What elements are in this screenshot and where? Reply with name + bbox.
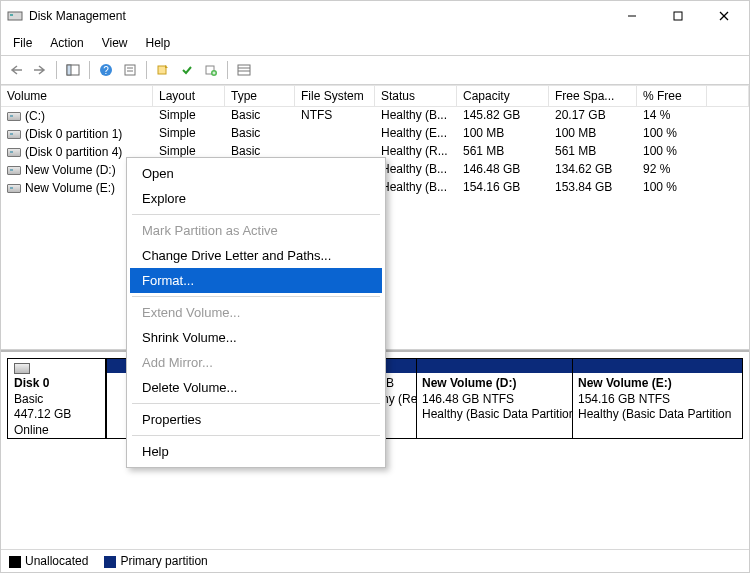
disk-size: 447.12 GB: [14, 407, 99, 423]
cell-pct: 100 %: [637, 125, 707, 143]
svg-rect-1: [10, 14, 13, 16]
context-menu-item: Add Mirror...: [130, 350, 382, 375]
volume-table-header: Volume Layout Type File System Status Ca…: [1, 85, 749, 107]
table-row[interactable]: (Disk 0 partition 1)SimpleBasicHealthy (…: [1, 125, 749, 143]
context-menu-separator: [132, 296, 380, 297]
col-capacity[interactable]: Capacity: [457, 86, 549, 106]
toolbar-separator: [227, 61, 228, 79]
menu-file[interactable]: File: [5, 33, 40, 53]
disk-name: Disk 0: [14, 376, 99, 392]
context-menu-item[interactable]: Properties: [130, 407, 382, 432]
context-menu-item[interactable]: Help: [130, 439, 382, 464]
col-fs[interactable]: File System: [295, 86, 375, 106]
partition-status: Healthy (Basic Data Partition: [578, 407, 737, 423]
partition-name: New Volume (D:): [422, 376, 567, 392]
context-menu-item: Mark Partition as Active: [130, 218, 382, 243]
volume-name: New Volume (E:): [25, 181, 115, 195]
toolbar-separator: [146, 61, 147, 79]
volume-name: New Volume (D:): [25, 163, 116, 177]
disk-icon: [14, 363, 30, 374]
legend-unallocated: Unallocated: [9, 554, 88, 568]
cell-status: Healthy (R...: [375, 143, 457, 161]
svg-rect-10: [125, 65, 135, 75]
toolbar-separator: [89, 61, 90, 79]
col-volume[interactable]: Volume: [1, 86, 153, 106]
context-menu-item[interactable]: Shrink Volume...: [130, 325, 382, 350]
cell-free: 561 MB: [549, 143, 637, 161]
cell-pct: 100 %: [637, 179, 707, 197]
partition-stripe: [417, 359, 572, 373]
menu-help[interactable]: Help: [138, 33, 179, 53]
context-menu-separator: [132, 435, 380, 436]
disk-header[interactable]: Disk 0 Basic 447.12 GB Online: [7, 358, 106, 439]
cell-free: 134.62 GB: [549, 161, 637, 179]
forward-icon[interactable]: [29, 59, 51, 81]
partition-stripe: [573, 359, 742, 373]
partition-name: New Volume (E:): [578, 376, 737, 392]
disk-status: Online: [14, 423, 99, 439]
list-icon[interactable]: [233, 59, 255, 81]
cell-capacity: 146.48 GB: [457, 161, 549, 179]
apply-icon[interactable]: [176, 59, 198, 81]
context-menu-item[interactable]: Open: [130, 161, 382, 186]
cell-layout: Simple: [153, 107, 225, 125]
context-menu-item[interactable]: Explore: [130, 186, 382, 211]
new-icon[interactable]: [200, 59, 222, 81]
cell-fs: [295, 125, 375, 143]
table-row[interactable]: (C:)SimpleBasicNTFSHealthy (B...145.82 G…: [1, 107, 749, 125]
cell-pct: 14 %: [637, 107, 707, 125]
partition-size: 146.48 GB NTFS: [422, 392, 567, 408]
cell-status: Healthy (B...: [375, 161, 457, 179]
partition[interactable]: New Volume (D:)146.48 GB NTFSHealthy (Ba…: [416, 359, 572, 438]
cell-layout: Simple: [153, 125, 225, 143]
cell-capacity: 100 MB: [457, 125, 549, 143]
context-menu-item[interactable]: Delete Volume...: [130, 375, 382, 400]
disk-type: Basic: [14, 392, 99, 408]
settings-icon[interactable]: [119, 59, 141, 81]
cell-free: 20.17 GB: [549, 107, 637, 125]
partition-size: 154.16 GB NTFS: [578, 392, 737, 408]
context-menu-item[interactable]: Format...: [130, 268, 382, 293]
minimize-button[interactable]: [609, 1, 655, 31]
show-hide-icon[interactable]: [62, 59, 84, 81]
window-title: Disk Management: [29, 9, 126, 23]
legend-primary: Primary partition: [104, 554, 207, 568]
help-icon[interactable]: ?: [95, 59, 117, 81]
maximize-button[interactable]: [655, 1, 701, 31]
svg-rect-3: [674, 12, 682, 20]
partition[interactable]: New Volume (E:)154.16 GB NTFSHealthy (Ba…: [572, 359, 742, 438]
cell-status: Healthy (B...: [375, 179, 457, 197]
close-button[interactable]: [701, 1, 747, 31]
drive-icon: [7, 130, 21, 139]
menu-action[interactable]: Action: [42, 33, 91, 53]
cell-pct: 100 %: [637, 143, 707, 161]
svg-text:?: ?: [103, 65, 109, 76]
col-layout[interactable]: Layout: [153, 86, 225, 106]
cell-fs: NTFS: [295, 107, 375, 125]
toolbar-separator: [56, 61, 57, 79]
col-status[interactable]: Status: [375, 86, 457, 106]
col-type[interactable]: Type: [225, 86, 295, 106]
svg-rect-7: [67, 65, 71, 75]
menu-view[interactable]: View: [94, 33, 136, 53]
svg-rect-18: [238, 65, 250, 75]
col-free[interactable]: Free Spa...: [549, 86, 637, 106]
drive-icon: [7, 148, 21, 157]
col-pct[interactable]: % Free: [637, 86, 707, 106]
cell-free: 100 MB: [549, 125, 637, 143]
cell-status: Healthy (B...: [375, 107, 457, 125]
drive-icon: [7, 112, 21, 121]
cell-type: Basic: [225, 107, 295, 125]
partition-status: Healthy (Basic Data Partition: [422, 407, 567, 423]
back-icon[interactable]: [5, 59, 27, 81]
refresh-icon[interactable]: [152, 59, 174, 81]
cell-pct: 92 %: [637, 161, 707, 179]
cell-type: Basic: [225, 125, 295, 143]
context-menu: OpenExploreMark Partition as ActiveChang…: [126, 157, 386, 468]
app-icon: [7, 8, 23, 24]
context-menu-item[interactable]: Change Drive Letter and Paths...: [130, 243, 382, 268]
cell-free: 153.84 GB: [549, 179, 637, 197]
context-menu-separator: [132, 214, 380, 215]
drive-icon: [7, 166, 21, 175]
volume-name: (Disk 0 partition 1): [25, 127, 122, 141]
